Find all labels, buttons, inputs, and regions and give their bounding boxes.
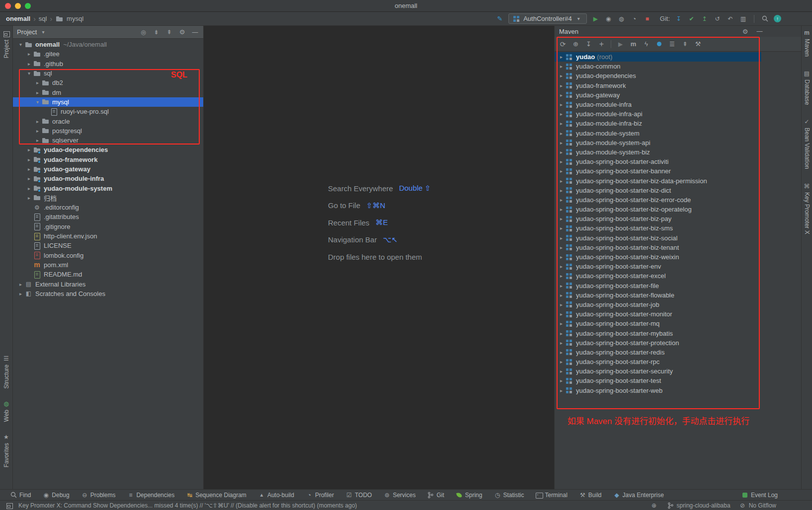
chevron-right-icon[interactable]: ▸: [25, 61, 33, 67]
maven-module-yudao-spring-boot-starter-biz-data-permission[interactable]: ▸yudao-spring-boot-starter-biz-data-perm…: [555, 176, 761, 185]
chevron-right-icon[interactable]: ▸: [25, 147, 33, 152]
collapse-all-icon-button[interactable]: ⇞: [679, 39, 691, 49]
tool-button-sequence-diagram[interactable]: ↹Sequence Diagram: [183, 491, 249, 500]
chevron-right-icon[interactable]: ▸: [558, 321, 565, 326]
rollback-icon[interactable]: ↶: [726, 15, 734, 23]
tree-item-gitattributes[interactable]: .gitattributes: [13, 212, 203, 221]
chevron-right-icon[interactable]: ▸: [34, 138, 41, 143]
project-panel-title[interactable]: Project: [17, 28, 37, 36]
chevron-right-icon[interactable]: ▸: [17, 282, 24, 287]
push-icon[interactable]: ↥: [700, 15, 709, 23]
edit-config-icon[interactable]: ✎: [495, 15, 504, 23]
breadcrumb-item-sql[interactable]: sql: [39, 15, 47, 22]
tool-button-find[interactable]: Find: [7, 491, 33, 500]
tree-item-onemall[interactable]: ▾onemall~/Java/onemall: [13, 40, 203, 49]
skip-tests-icon-button[interactable]: ϟ: [641, 39, 652, 49]
tree-item-editorconfig[interactable]: ⚙.editorconfig: [13, 203, 203, 212]
chevron-right-icon[interactable]: ▸: [558, 111, 565, 117]
chevron-right-icon[interactable]: ▸: [34, 119, 41, 124]
breadcrumb-item-onemall[interactable]: onemall: [6, 15, 30, 22]
tool-window-tab-favorites[interactable]: ★Favorites: [2, 433, 10, 467]
tree-item-pom-xml[interactable]: mpom.xml: [13, 260, 203, 270]
maven-module-yudao-spring-boot-starter-activiti[interactable]: ▸yudao-spring-boot-starter-activiti: [555, 157, 761, 166]
maven-module-yudao-spring-boot-starter-biz-dict[interactable]: ▸yudao-spring-boot-starter-biz-dict: [555, 186, 761, 195]
tool-button-build[interactable]: ⚒Build: [576, 491, 604, 500]
chevron-right-icon[interactable]: ▸: [25, 195, 33, 201]
maven-module-yudao-spring-boot-starter-biz-weixin[interactable]: ▸yudao-spring-boot-starter-biz-weixin: [555, 252, 761, 262]
maven-settings-icon-button[interactable]: ⚒: [692, 39, 704, 49]
maven-module-yudao-spring-boot-starter-redis[interactable]: ▸yudao-spring-boot-starter-redis: [555, 348, 761, 357]
maven-module-yudao-spring-boot-starter-rpc[interactable]: ▸yudao-spring-boot-starter-rpc: [555, 357, 761, 366]
chevron-right-icon[interactable]: ▸: [25, 176, 33, 181]
debug-icon[interactable]: ◉: [604, 15, 613, 23]
tree-item-scratches-and-consoles[interactable]: ▸◧Scratches and Consoles: [13, 289, 203, 298]
tree-item-ruoyi-vue-pro-sql[interactable]: ruoyi-vue-pro.sql: [13, 107, 203, 116]
breadcrumb-item-mysql[interactable]: mysql: [67, 15, 83, 22]
maven-module-yudao-spring-boot-starter-banner[interactable]: ▸yudao-spring-boot-starter-banner: [555, 166, 761, 176]
tree-item-db2[interactable]: ▸db2: [13, 78, 203, 87]
chevron-right-icon[interactable]: ▸: [558, 197, 565, 203]
commit-icon[interactable]: ✔: [687, 15, 696, 23]
chevron-down-icon[interactable]: ▾: [25, 71, 33, 76]
hide-panel-icon[interactable]: —: [191, 28, 199, 36]
close-window-button[interactable]: [5, 3, 11, 9]
tool-button-services[interactable]: ⊚Services: [380, 491, 418, 500]
tree-item-yudao-dependencies[interactable]: ▸yudao-dependencies: [13, 145, 203, 154]
git-branch-widget[interactable]: spring-cloud-alibaba: [666, 502, 731, 510]
chevron-right-icon[interactable]: ▸: [558, 140, 565, 146]
run-configuration-select[interactable]: AuthController#4▾: [508, 13, 587, 24]
maven-module-yudao-spring-boot-starter-biz-pay[interactable]: ▸yudao-spring-boot-starter-biz-pay: [555, 214, 761, 223]
chevron-right-icon[interactable]: ▸: [558, 264, 565, 269]
hide-panel-icon[interactable]: —: [755, 27, 764, 35]
offline-mode-icon-button[interactable]: [653, 39, 665, 49]
chevron-right-icon[interactable]: ▸: [558, 331, 565, 336]
maven-module-yudao-module-system[interactable]: ▸yudao-module-system: [555, 129, 761, 138]
chevron-right-icon[interactable]: ▸: [558, 245, 565, 250]
chevron-right-icon[interactable]: ▸: [558, 311, 565, 317]
add-maven-project-icon-button[interactable]: +: [596, 39, 607, 49]
expand-all-icon[interactable]: ⇟: [152, 28, 161, 36]
stop-icon[interactable]: ■: [643, 15, 651, 23]
chevron-right-icon[interactable]: ▸: [558, 273, 565, 279]
maven-module-yudao-spring-boot-starter-biz-error-code[interactable]: ▸yudao-spring-boot-starter-biz-error-cod…: [555, 195, 761, 205]
generate-sources-icon-button[interactable]: ⊕: [570, 39, 581, 49]
maven-module-yudao-framework[interactable]: ▸yudao-framework: [555, 81, 761, 90]
minimize-window-button[interactable]: [15, 3, 21, 9]
history-icon[interactable]: ↺: [713, 15, 722, 23]
chevron-right-icon[interactable]: ▸: [34, 128, 41, 134]
window-icon[interactable]: [5, 502, 13, 510]
chevron-right-icon[interactable]: ▸: [17, 291, 24, 296]
tool-button-terminal[interactable]: Terminal: [532, 491, 569, 500]
locate-icon[interactable]: ◎: [139, 28, 148, 36]
maven-module-yudao-spring-boot-starter-mq[interactable]: ▸yudao-spring-boot-starter-mq: [555, 319, 761, 328]
tree-item-sqlserver[interactable]: ▸sqlserver: [13, 136, 203, 145]
tool-window-tab-web[interactable]: ◍Web: [2, 400, 10, 422]
chevron-right-icon[interactable]: ▸: [558, 168, 565, 174]
tool-button-java-enterprise[interactable]: ◆Java Enterprise: [610, 491, 666, 500]
ide-update-icon[interactable]: ↑: [774, 15, 781, 22]
tree-item-gitee[interactable]: ▸.gitee: [13, 49, 203, 59]
maven-module-yudao-spring-boot-starter-flowable[interactable]: ▸yudao-spring-boot-starter-flowable: [555, 291, 761, 300]
maven-module-yudao-module-infra[interactable]: ▸yudao-module-infra: [555, 100, 761, 109]
maven-module-yudao-spring-boot-starter-biz-sms[interactable]: ▸yudao-spring-boot-starter-biz-sms: [555, 223, 761, 233]
zoom-window-button[interactable]: [25, 3, 31, 9]
collapse-all-icon[interactable]: ⇞: [165, 28, 173, 36]
tree-item-归档[interactable]: ▸归档: [13, 193, 203, 203]
tree-item-license[interactable]: LICENSE: [13, 241, 203, 250]
chevron-right-icon[interactable]: ▸: [558, 102, 565, 107]
chevron-right-icon[interactable]: ▸: [558, 149, 565, 155]
chevron-right-icon[interactable]: ▸: [558, 283, 565, 289]
maven-module-yudao-spring-boot-starter-security[interactable]: ▸yudao-spring-boot-starter-security: [555, 366, 761, 376]
tree-item-yudao-gateway[interactable]: ▸yudao-gateway: [13, 164, 203, 174]
maven-module-yudao-module-infra-api[interactable]: ▸yudao-module-infra-api: [555, 109, 761, 119]
tree-item-yudao-module-infra[interactable]: ▸yudao-module-infra: [13, 174, 203, 183]
maven-module-yudao-spring-boot-starter-biz-social[interactable]: ▸yudao-spring-boot-starter-biz-social: [555, 233, 761, 243]
chevron-right-icon[interactable]: ▸: [558, 225, 565, 231]
maven-module-yudao-gateway[interactable]: ▸yudao-gateway: [555, 90, 761, 100]
chevron-right-icon[interactable]: ▸: [25, 166, 33, 172]
tool-button-debug[interactable]: ◉Debug: [39, 491, 72, 500]
chevron-right-icon[interactable]: ▸: [34, 80, 41, 85]
run-icon[interactable]: ▶: [591, 15, 600, 23]
chevron-right-icon[interactable]: ▸: [558, 368, 565, 374]
chevron-right-icon[interactable]: ▸: [34, 90, 41, 95]
